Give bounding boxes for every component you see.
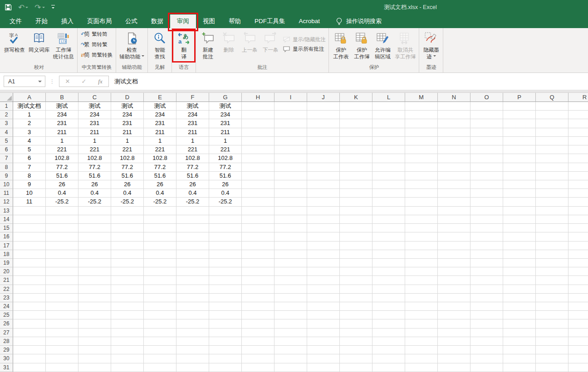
formula-bar-splitter[interactable]: ⋮ — [49, 78, 55, 85]
cell-M5[interactable] — [405, 137, 438, 145]
cell-Q13[interactable] — [536, 207, 568, 215]
cell-J12[interactable] — [307, 198, 340, 206]
cell-C31[interactable] — [78, 363, 111, 372]
cell-E8[interactable]: 77.2 — [144, 163, 176, 172]
cell-C30[interactable] — [78, 354, 111, 363]
cell-A2[interactable]: 1 — [13, 111, 46, 119]
cell-J2[interactable] — [307, 111, 340, 119]
cell-K27[interactable] — [340, 329, 372, 337]
cell-B17[interactable] — [46, 242, 78, 250]
cell-P31[interactable] — [503, 363, 536, 372]
cell-F7[interactable]: 102.8 — [176, 154, 209, 163]
cell-L19[interactable] — [372, 259, 405, 267]
cell-P7[interactable] — [503, 154, 536, 163]
cell-Q17[interactable] — [536, 242, 568, 250]
row-header-27[interactable]: 27 — [0, 329, 13, 337]
cell-H1[interactable] — [242, 102, 274, 111]
cell-L11[interactable] — [372, 189, 405, 198]
next-comment-button[interactable]: 下一条 — [260, 29, 281, 62]
cell-H19[interactable] — [242, 259, 274, 267]
cell-K20[interactable] — [340, 267, 372, 276]
cell-J4[interactable] — [307, 128, 340, 137]
cell-Q27[interactable] — [536, 329, 568, 337]
row-header-29[interactable]: 29 — [0, 346, 13, 354]
cell-J7[interactable] — [307, 154, 340, 163]
cell-P22[interactable] — [503, 285, 536, 294]
cell-K1[interactable] — [340, 102, 372, 111]
cell-M29[interactable] — [405, 346, 438, 354]
column-header-M[interactable]: M — [405, 93, 438, 102]
cell-M19[interactable] — [405, 259, 438, 267]
cell-F24[interactable] — [176, 302, 209, 311]
row-header-11[interactable]: 11 — [0, 189, 13, 198]
cell-I15[interactable] — [274, 224, 307, 232]
cell-C28[interactable] — [78, 337, 111, 346]
cell-B16[interactable] — [46, 232, 78, 241]
tab-help[interactable]: 帮助 — [222, 14, 248, 28]
cell-D11[interactable]: 0.4 — [111, 189, 144, 198]
row-header-8[interactable]: 8 — [0, 163, 13, 172]
cell-J25[interactable] — [307, 311, 340, 319]
row-header-28[interactable]: 28 — [0, 337, 13, 346]
cell-P21[interactable] — [503, 276, 536, 285]
cell-O12[interactable] — [470, 198, 503, 206]
cell-H29[interactable] — [242, 346, 274, 354]
row-header-22[interactable]: 22 — [0, 285, 13, 294]
cell-E3[interactable]: 231 — [144, 119, 176, 128]
cell-E14[interactable] — [144, 215, 176, 224]
cell-M15[interactable] — [405, 224, 438, 232]
tell-me-search[interactable]: 操作说明搜索 — [336, 14, 382, 28]
cell-P19[interactable] — [503, 259, 536, 267]
cell-E1[interactable]: 测试 — [144, 102, 176, 111]
translate-button[interactable]: あa 翻译 — [173, 29, 194, 62]
cell-C20[interactable] — [78, 267, 111, 276]
cell-D14[interactable] — [111, 215, 144, 224]
cell-L2[interactable] — [372, 111, 405, 119]
cell-R2[interactable] — [568, 111, 588, 119]
cell-G23[interactable] — [209, 294, 242, 302]
cell-D10[interactable]: 26 — [111, 180, 144, 189]
cell-O10[interactable] — [470, 180, 503, 189]
row-header-3[interactable]: 3 — [0, 119, 13, 128]
cell-R18[interactable] — [568, 250, 588, 259]
cell-Q11[interactable] — [536, 189, 568, 198]
cell-P12[interactable] — [503, 198, 536, 206]
cell-A20[interactable] — [13, 267, 46, 276]
cell-O30[interactable] — [470, 354, 503, 363]
cell-F23[interactable] — [176, 294, 209, 302]
cell-L28[interactable] — [372, 337, 405, 346]
cell-K13[interactable] — [340, 207, 372, 215]
cell-N1[interactable] — [438, 102, 470, 111]
cell-G15[interactable] — [209, 224, 242, 232]
cell-N28[interactable] — [438, 337, 470, 346]
cell-D31[interactable] — [111, 363, 144, 372]
cell-D28[interactable] — [111, 337, 144, 346]
cell-D20[interactable] — [111, 267, 144, 276]
cell-O13[interactable] — [470, 207, 503, 215]
cell-J31[interactable] — [307, 363, 340, 372]
cell-I8[interactable] — [274, 163, 307, 172]
cell-N29[interactable] — [438, 346, 470, 354]
cell-H10[interactable] — [242, 180, 274, 189]
cell-Q28[interactable] — [536, 337, 568, 346]
row-header-31[interactable]: 31 — [0, 363, 13, 372]
cell-M2[interactable] — [405, 111, 438, 119]
cell-M18[interactable] — [405, 250, 438, 259]
tab-insert[interactable]: 插入 — [54, 14, 80, 28]
cell-A14[interactable] — [13, 215, 46, 224]
cell-J30[interactable] — [307, 354, 340, 363]
cell-L30[interactable] — [372, 354, 405, 363]
cell-L27[interactable] — [372, 329, 405, 337]
cell-N15[interactable] — [438, 224, 470, 232]
cell-N3[interactable] — [438, 119, 470, 128]
formula-input[interactable]: 测试文档 — [109, 77, 588, 86]
cell-N16[interactable] — [438, 232, 470, 241]
cell-A27[interactable] — [13, 329, 46, 337]
cell-C11[interactable]: 0.4 — [78, 189, 111, 198]
row-header-14[interactable]: 14 — [0, 215, 13, 224]
select-all-button[interactable] — [0, 93, 13, 102]
cell-J6[interactable] — [307, 145, 340, 154]
cell-P25[interactable] — [503, 311, 536, 319]
tab-formulas[interactable]: 公式 — [118, 14, 144, 28]
cell-B15[interactable] — [46, 224, 78, 232]
